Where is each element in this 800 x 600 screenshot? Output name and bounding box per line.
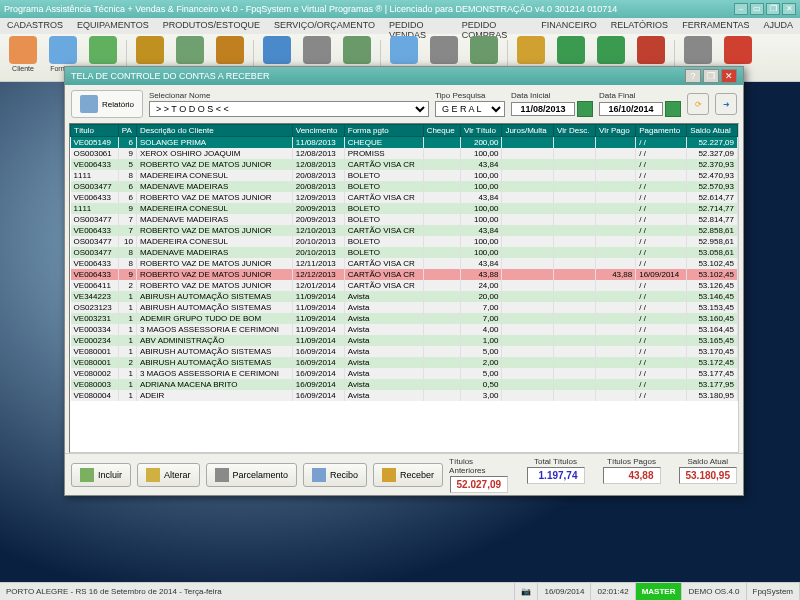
table-row[interactable]: OS0034776MADENAVE MADEIRAS20/08/2013BOLE…	[71, 181, 738, 192]
date-start-label: Data Inicial	[511, 91, 593, 100]
column-header[interactable]: Vlr Desc.	[553, 125, 595, 137]
menu-item[interactable]: FERRAMENTAS	[675, 18, 756, 34]
menu-item[interactable]: RELATÓRIOS	[604, 18, 675, 34]
table-row[interactable]: VE0800011ABIRUSH AUTOMAÇÃO SISTEMAS16/09…	[71, 346, 738, 357]
installment-button[interactable]: Parcelamento	[206, 463, 298, 487]
dialog-help-icon[interactable]: ?	[685, 69, 701, 83]
toolbar-icon	[343, 36, 371, 64]
statusbar: PORTO ALEGRE - RS 16 de Setembro de 2014…	[0, 582, 800, 600]
table-row[interactable]: VE0064112ROBERTO VAZ DE MATOS JUNIOR12/0…	[71, 280, 738, 291]
column-header[interactable]: Título	[71, 125, 119, 137]
table-row[interactable]: VE0064336ROBERTO VAZ DE MATOS JUNIOR12/0…	[71, 192, 738, 203]
include-button[interactable]: Incluir	[71, 463, 131, 487]
refresh-icon: ⟳	[695, 100, 702, 109]
maximize-icon[interactable]: ▭	[750, 3, 764, 15]
report-button[interactable]: Relatório	[71, 90, 143, 118]
table-row[interactable]: VE0051496SOLANGE PRIMA11/08/2013CHEQUE20…	[71, 137, 738, 148]
search-type-label: Tipo Pesquisa	[435, 91, 505, 100]
toolbar-icon	[557, 36, 585, 64]
table-row[interactable]: OS0030619XEROX OSHIRO JOAQUIM12/08/2013P…	[71, 148, 738, 159]
column-header[interactable]: Juros/Multa	[502, 125, 554, 137]
column-header[interactable]: Cheque	[423, 125, 460, 137]
total-balance-label: Saldo Atual	[688, 457, 728, 466]
toolbar-icon	[517, 36, 545, 64]
totals-panel: Títulos Anteriores52.027,09 Total Título…	[449, 457, 737, 493]
total-paid-label: Títulos Pagos	[607, 457, 656, 466]
table-row[interactable]: VE0800041ADEIR16/09/2014Avista3,00/ /53.…	[71, 390, 738, 401]
table-row[interactable]: 11118MADEREIRA CONESUL20/08/2013BOLETO10…	[71, 170, 738, 181]
column-header[interactable]: Vencimento	[292, 125, 344, 137]
report-label: Relatório	[102, 100, 134, 109]
calendar-icon	[215, 468, 229, 482]
name-select[interactable]: > > T O D O S < <	[149, 101, 429, 117]
toolbar-icon	[263, 36, 291, 64]
table-row[interactable]: VE0032311ADEMIR GRUPO TUDO DE BOM11/09/2…	[71, 313, 738, 324]
toolbar-icon	[724, 36, 752, 64]
menu-item[interactable]: AJUDA	[756, 18, 800, 34]
minimize-icon[interactable]: –	[734, 3, 748, 15]
table-row[interactable]: VE0064338ROBERTO VAZ DE MATOS JUNIOR12/1…	[71, 258, 738, 269]
close-icon[interactable]: ✕	[782, 3, 796, 15]
status-brand: FpqSystem	[747, 583, 800, 600]
table-row[interactable]: VE0064339ROBERTO VAZ DE MATOS JUNIOR12/1…	[71, 269, 738, 280]
receipt-icon	[312, 468, 326, 482]
table-row[interactable]: VE0064337ROBERTO VAZ DE MATOS JUNIOR12/1…	[71, 225, 738, 236]
menu-item[interactable]: PEDIDO COMPRAS	[455, 18, 534, 34]
toolbar-icon	[470, 36, 498, 64]
table-row[interactable]: OS0034778MADENAVE MADEIRAS20/10/2013BOLE…	[71, 247, 738, 258]
next-button[interactable]: ➜	[715, 93, 737, 115]
menu-item[interactable]: PEDIDO VENDAS	[382, 18, 455, 34]
table-row[interactable]: 11119MADEREIRA CONESUL20/09/2013BOLETO10…	[71, 203, 738, 214]
menu-item[interactable]: SERVIÇO/ORÇAMENTO	[267, 18, 382, 34]
date-end-input[interactable]	[599, 102, 663, 116]
column-header[interactable]: Forma pgto	[344, 125, 423, 137]
table-row[interactable]: VE0064335ROBERTO VAZ DE MATOS JUNIOR12/0…	[71, 159, 738, 170]
search-type-select[interactable]: G E R A L	[435, 101, 505, 117]
table-row[interactable]: VE0800031ADRIANA MACENA BRITO16/09/2014A…	[71, 379, 738, 390]
dialog-title: TELA DE CONTROLE DO CONTAS A RECEBER	[71, 71, 685, 81]
table-row[interactable]: VE0002341ABV ADMINISTRAÇÃO11/09/2014Avis…	[71, 335, 738, 346]
column-header[interactable]: PA	[118, 125, 136, 137]
total-titles-label: Total Títulos	[534, 457, 577, 466]
total-prev-value: 52.027,09	[450, 476, 509, 493]
restore-icon[interactable]: ❐	[766, 3, 780, 15]
toolbar-icon	[303, 36, 331, 64]
status-city: PORTO ALEGRE - RS 16 de Setembro de 2014…	[0, 583, 515, 600]
column-header[interactable]: Saldo Atual	[687, 125, 738, 137]
dialog-close-icon[interactable]: ✕	[721, 69, 737, 83]
menu-item[interactable]: FINANCEIRO	[534, 18, 604, 34]
column-header[interactable]: Vlr Título	[460, 125, 501, 137]
refresh-button[interactable]: ⟳	[687, 93, 709, 115]
toolbar-icon	[49, 36, 77, 64]
column-header[interactable]: Pagamento	[636, 125, 687, 137]
date-start-input[interactable]	[511, 102, 575, 116]
column-header[interactable]: Vlr Pago	[596, 125, 636, 137]
menu-item[interactable]: EQUIPAMENTOS	[70, 18, 156, 34]
toolbar-icon	[637, 36, 665, 64]
receive-button[interactable]: Receber	[373, 463, 443, 487]
toolbar-icon	[136, 36, 164, 64]
table-row[interactable]: VE3442231ABIRUSH AUTOMAÇÃO SISTEMAS11/09…	[71, 291, 738, 302]
status-date: 16/09/2014	[538, 583, 591, 600]
date-end-label: Data Final	[599, 91, 681, 100]
table-row[interactable]: VE0800012ABIRUSH AUTOMAÇÃO SISTEMAS16/09…	[71, 357, 738, 368]
calendar-icon[interactable]	[577, 101, 593, 117]
menu-item[interactable]: PRODUTOS/ESTOQUE	[156, 18, 267, 34]
arrow-right-icon: ➜	[723, 100, 730, 109]
menu-item[interactable]: CADASTROS	[0, 18, 70, 34]
table-row[interactable]: OS00347710MADEREIRA CONESUL20/10/2013BOL…	[71, 236, 738, 247]
table-row[interactable]: VE00033413 MAGOS ASSESSORIA E CERIMONI11…	[71, 324, 738, 335]
alter-button[interactable]: Alterar	[137, 463, 200, 487]
calendar-icon[interactable]	[665, 101, 681, 117]
status-user: MASTER	[636, 583, 683, 600]
column-header[interactable]: Descrição do Cliente	[136, 125, 292, 137]
table-row[interactable]: OS0034777MADENAVE MADEIRAS20/09/2013BOLE…	[71, 214, 738, 225]
app-titlebar: Programa Assistência Técnica + Vendas & …	[0, 0, 800, 18]
receipt-button[interactable]: Recibo	[303, 463, 367, 487]
toolbar-cliente[interactable]: Cliente	[4, 36, 42, 80]
receivables-grid[interactable]: TítuloPADescrição do ClienteVencimentoFo…	[69, 123, 739, 453]
menubar: CADASTROSEQUIPAMENTOSPRODUTOS/ESTOQUESER…	[0, 18, 800, 34]
table-row[interactable]: VE08000213 MAGOS ASSESSORIA E CERIMONI16…	[71, 368, 738, 379]
table-row[interactable]: OS0231231ABIRUSH AUTOMAÇÃO SISTEMAS11/09…	[71, 302, 738, 313]
dialog-restore-icon[interactable]: ❐	[703, 69, 719, 83]
